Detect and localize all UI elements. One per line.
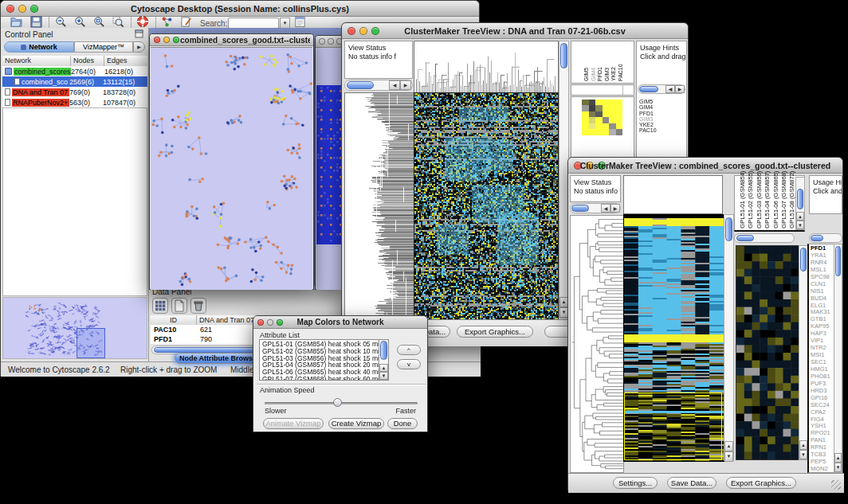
- move-attribute-down-button[interactable]: v: [397, 359, 421, 369]
- tv1-column-label[interactable]: PAC10: [618, 64, 623, 81]
- tv2-heatmap-selection[interactable]: [624, 393, 722, 460]
- network-canvas[interactable]: [151, 47, 312, 290]
- tab-overflow-button[interactable]: ▶: [133, 41, 145, 53]
- vscroll-thumb[interactable]: [725, 217, 732, 241]
- column-header[interactable]: Network: [2, 56, 71, 66]
- tv1-heatmap[interactable]: [414, 92, 559, 320]
- tab-network[interactable]: Network: [4, 41, 74, 53]
- tv1-status-hscrollbar[interactable]: ◀ ▶: [344, 80, 413, 91]
- tv2-column-dendrogram-area[interactable]: [623, 175, 723, 214]
- zoom-fit-icon[interactable]: [93, 16, 105, 28]
- tv1-column-label[interactable]: GIM4: [591, 68, 596, 81]
- scroll-up-button[interactable]: ▲: [796, 212, 804, 221]
- tv2-gene-vscrollbar[interactable]: ▲ ▼: [834, 244, 842, 473]
- tv2-column-label[interactable]: GPL51-06 (GSM865): [772, 171, 779, 229]
- tv1-column-label[interactable]: YKE2: [610, 67, 616, 81]
- annotation-icon[interactable]: [180, 16, 192, 28]
- hscroll-thumb[interactable]: [571, 205, 589, 212]
- tv1-column-label[interactable]: GIM5: [583, 68, 589, 81]
- tv1-row-label[interactable]: PFD1: [639, 111, 657, 116]
- hscroll-thumb[interactable]: [736, 235, 754, 241]
- scroll-down-button[interactable]: ▼: [796, 221, 804, 229]
- column-header[interactable]: ID: [151, 315, 197, 325]
- tv1-row-label[interactable]: YKE2: [639, 122, 657, 127]
- save-icon[interactable]: [30, 16, 42, 28]
- attribute-select-button[interactable]: [152, 298, 168, 314]
- scroll-down-button[interactable]: ▼: [799, 450, 807, 459]
- network-list[interactable]: combined_scores 2764(0) 16218(0) combine…: [2, 66, 147, 107]
- zoom-selected-icon[interactable]: [112, 16, 124, 28]
- network-overview[interactable]: [2, 297, 147, 359]
- search-input[interactable]: [228, 18, 279, 29]
- tv2-row-dendrogram[interactable]: [570, 215, 624, 473]
- new-attribute-button[interactable]: [171, 298, 187, 314]
- tv1-row-label[interactable]: GIM5: [639, 99, 657, 104]
- scroll-down-button[interactable]: ▼: [379, 372, 388, 380]
- tv2-gene-list[interactable]: PFD1YRA1RNR4MSL1SPC98CLN1NIS1BUD4ELG1MAK…: [811, 245, 830, 473]
- delete-attribute-button[interactable]: [190, 298, 206, 314]
- tab-vizmapper[interactable]: VizMapper™: [74, 41, 133, 53]
- hscroll-thumb[interactable]: [811, 235, 823, 241]
- resize-grip-icon[interactable]: [831, 480, 841, 490]
- scroll-right-button[interactable]: ▶: [400, 80, 411, 90]
- vscroll-thumb[interactable]: [835, 246, 841, 276]
- background-window-titlebar[interactable]: [316, 36, 342, 48]
- gene-label[interactable]: MON2: [811, 466, 830, 473]
- tv2-column-label[interactable]: GPL51-04 (GSM857): [764, 171, 771, 229]
- tv2-column-label[interactable]: GPL51-03 (GSM856): [756, 171, 763, 229]
- scroll-down-button[interactable]: ▼: [834, 463, 842, 472]
- zoom-window-icon[interactable]: [173, 37, 179, 43]
- network-row[interactable]: RNAPuberNov2+ 563(0) 107847(0): [2, 97, 147, 107]
- tv2-status-hscrollbar[interactable]: ◀ ▶: [570, 203, 621, 213]
- tv1-column-dendrogram[interactable]: [414, 41, 559, 93]
- vizmap-icon[interactable]: [161, 16, 173, 28]
- dialog-button[interactable]: Animate Vizmap: [263, 418, 324, 429]
- scroll-up-button[interactable]: ▲: [799, 440, 807, 450]
- tv1-labels-hscrollbar[interactable]: ◀ ▶: [638, 84, 685, 94]
- scroll-right-button[interactable]: ▶: [610, 204, 620, 213]
- slider-thumb[interactable]: [333, 398, 342, 407]
- vscroll-thumb[interactable]: [560, 43, 567, 68]
- tv2-column-label[interactable]: GPL51-01 (GSM854): [739, 171, 746, 229]
- attribute-listbox[interactable]: GPL51-01 (GSM854) heat shock 05 minGPL51…: [259, 339, 389, 381]
- background-network-grid[interactable]: [316, 85, 342, 244]
- help-icon[interactable]: [136, 15, 149, 28]
- scroll-left-button[interactable]: ◀: [389, 80, 400, 90]
- scroll-up-button[interactable]: ▲: [834, 453, 842, 463]
- tv2-footer-button[interactable]: Settings...: [613, 477, 658, 489]
- node-attribute-browser-button[interactable]: Node Attribute Brows: [175, 353, 257, 364]
- scroll-up-button[interactable]: ▲: [724, 441, 733, 451]
- column-header[interactable]: Nodes: [71, 56, 104, 66]
- attribute-item[interactable]: GPL51-07 (GSM868) heat shock 60 min: [260, 376, 378, 381]
- column-header[interactable]: Edges: [104, 56, 147, 66]
- vscroll-thumb[interactable]: [380, 341, 387, 360]
- vscroll-thumb[interactable]: [800, 248, 807, 272]
- close-icon[interactable]: [154, 37, 160, 43]
- tv1-row-label[interactable]: GIM3: [639, 116, 657, 122]
- network-overview-canvas[interactable]: [3, 298, 147, 358]
- tv2-gene-hscrollbar[interactable]: [809, 233, 842, 243]
- minimize-icon[interactable]: [163, 37, 170, 43]
- correlation-matrix[interactable]: [582, 100, 622, 135]
- zoom-out-icon[interactable]: [55, 16, 67, 28]
- tv2-zoom-hscrollbar[interactable]: [734, 233, 795, 243]
- report-icon[interactable]: [294, 16, 306, 28]
- attribute-vscrollbar[interactable]: ▲ ▼: [379, 340, 388, 380]
- tv1-row-label[interactable]: GIM4: [639, 104, 657, 110]
- tv1-column-label[interactable]: PFD1: [597, 67, 603, 81]
- network-row[interactable]: combined_scores 2764(0) 16218(0): [2, 66, 147, 76]
- tv1-column-label[interactable]: GIM3: [604, 68, 610, 81]
- search-dropdown-button[interactable]: ▼: [280, 18, 290, 29]
- minimize-icon[interactable]: [328, 38, 334, 45]
- tv2-labels-vscrollbar[interactable]: ▲ ▼: [795, 177, 805, 230]
- scroll-left-button[interactable]: ◀: [601, 204, 610, 213]
- float-panel-icon[interactable]: [135, 29, 143, 38]
- tv2-heatmap-vscrollbar[interactable]: ▲ ▼: [724, 214, 734, 461]
- tv2-column-label[interactable]: GPL51-02 (GSM855): [747, 171, 754, 229]
- hscroll-thumb[interactable]: [639, 86, 658, 92]
- network-row[interactable]: combined_sco 2569(6) 13112(15): [2, 76, 147, 87]
- tv2-column-label[interactable]: GPL51-07 (GSM868): [780, 171, 787, 229]
- tv2-zoom-heatmap[interactable]: [736, 245, 799, 460]
- dialog-button[interactable]: Create Vizmap: [328, 418, 384, 429]
- animation-slider[interactable]: [265, 398, 418, 408]
